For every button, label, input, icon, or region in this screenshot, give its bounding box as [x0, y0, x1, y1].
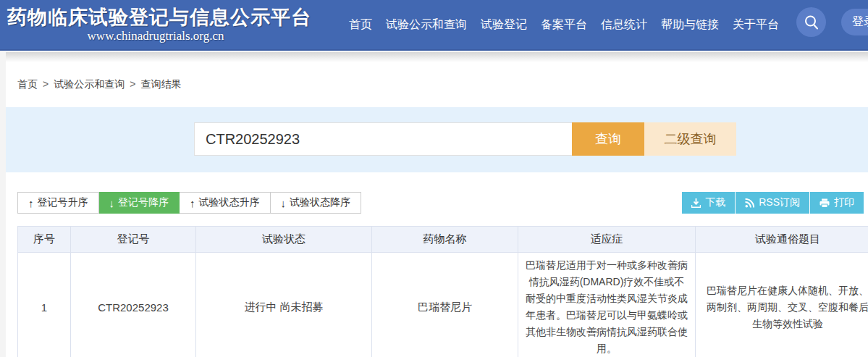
arrow-up-icon: ↑ — [190, 197, 195, 209]
arrow-up-icon: ↑ — [28, 197, 34, 209]
cell-indication: 巴瑞替尼适用于对一种或多种改善病情抗风湿药(DMARD)疗效不佳或不耐受的中重度… — [518, 253, 696, 357]
brand: 药物临床试验登记与信息公示平台 www.chinadrugtrials.org.… — [7, 6, 333, 43]
header-search-button[interactable] — [796, 7, 826, 37]
rss-icon — [745, 198, 754, 208]
breadcrumb-separator: > — [43, 78, 49, 90]
cell-status: 进行中 尚未招募 — [196, 253, 372, 357]
arrow-down-icon: ↓ — [109, 197, 115, 209]
column-header-drug-name: 药物名称 — [372, 227, 518, 253]
rss-button[interactable]: RSS订阅 — [735, 192, 809, 214]
sort-label: 试验状态降序 — [290, 196, 350, 209]
secondary-query-button[interactable]: 二级查询 — [644, 122, 736, 156]
results-toolbar: ↑ 登记号升序 ↓ 登记号降序 ↑ 试验状态升序 ↓ 试验状态降序 — [17, 192, 864, 214]
download-icon — [691, 198, 701, 208]
cell-public-title: 巴瑞替尼片在健康人体随机、开放、两制剂、两周期、交叉、空腹和餐后生物等效性试验 — [696, 253, 868, 357]
nav-filing-platform[interactable]: 备案平台 — [541, 17, 587, 33]
sort-regno-asc-button[interactable]: ↑ 登记号升序 — [17, 192, 99, 214]
query-button[interactable]: 查询 — [572, 122, 644, 156]
column-header-public-title: 试验通俗题目 — [696, 227, 868, 253]
nav-home[interactable]: 首页 — [349, 17, 372, 33]
content-panel: 首页>试验公示和查询>查询结果 查询 二级查询 ↑ 登记号升序 ↓ 登记号降序 … — [6, 52, 868, 357]
search-section: 查询 二级查询 — [6, 107, 868, 172]
breadcrumb-current: 查询结果 — [140, 78, 181, 90]
cell-registration-no: CTR20252923 — [71, 253, 196, 357]
site-title: 药物临床试验登记与信息公示平台 — [7, 6, 333, 29]
table-header-row: 序号 登记号 试验状态 药物名称 适应症 试验通俗题目 — [18, 227, 868, 253]
column-header-status: 试验状态 — [196, 227, 372, 253]
column-header-registration-no: 登记号 — [71, 227, 196, 253]
sort-button-group: ↑ 登记号升序 ↓ 登记号降序 ↑ 试验状态升序 ↓ 试验状态降序 — [17, 192, 361, 214]
breadcrumb-separator: > — [130, 78, 135, 90]
results-table: 序号 登记号 试验状态 药物名称 适应症 试验通俗题目 1 CTR2025292… — [17, 226, 868, 357]
sort-label: 试验状态升序 — [199, 196, 260, 209]
main-nav: 首页 试验公示和查询 试验登记 备案平台 信息统计 帮助与链接 关于平台 — [349, 17, 779, 33]
column-header-index: 序号 — [18, 227, 71, 253]
page-background: 首页>试验公示和查询>查询结果 查询 二级查询 ↑ 登记号升序 ↓ 登记号降序 … — [0, 52, 868, 357]
action-label: RSS订阅 — [759, 196, 800, 209]
header-shadow — [6, 52, 868, 62]
column-header-indication: 适应症 — [518, 227, 696, 253]
site-header: 药物临床试验登记与信息公示平台 www.chinadrugtrials.org.… — [0, 0, 868, 51]
sort-label: 登记号升序 — [38, 196, 88, 209]
print-icon — [819, 198, 830, 208]
sort-status-asc-button[interactable]: ↑ 试验状态升序 — [180, 192, 271, 214]
cell-index: 1 — [18, 253, 71, 357]
nav-help-links[interactable]: 帮助与链接 — [661, 17, 719, 33]
table-row[interactable]: 1 CTR20252923 进行中 尚未招募 巴瑞替尼片 巴瑞替尼适用于对一种或… — [18, 253, 868, 357]
site-url: www.chinadrugtrials.org.cn — [47, 29, 264, 43]
download-button[interactable]: 下载 — [682, 192, 735, 214]
arrow-down-icon: ↓ — [281, 197, 287, 209]
search-input[interactable] — [194, 122, 572, 156]
search-icon — [804, 14, 819, 30]
login-button[interactable]: 登录 — [841, 9, 868, 35]
nav-about[interactable]: 关于平台 — [733, 17, 779, 33]
action-label: 下载 — [705, 196, 725, 209]
breadcrumb: 首页>试验公示和查询>查询结果 — [17, 78, 868, 91]
sort-regno-desc-button[interactable]: ↓ 登记号降序 — [99, 192, 180, 214]
breadcrumb-home[interactable]: 首页 — [17, 78, 38, 90]
action-label: 打印 — [834, 196, 854, 209]
cell-drug-name: 巴瑞替尼片 — [372, 253, 518, 357]
nav-trial-search[interactable]: 试验公示和查询 — [386, 17, 467, 33]
print-button[interactable]: 打印 — [809, 192, 864, 214]
sort-label: 登记号降序 — [118, 196, 169, 209]
sort-status-desc-button[interactable]: ↓ 试验状态降序 — [271, 192, 362, 214]
nav-trial-register[interactable]: 试验登记 — [481, 17, 527, 33]
action-button-group: 下载 RSS订阅 — [682, 192, 864, 214]
breadcrumb-trial-search[interactable]: 试验公示和查询 — [54, 78, 125, 90]
nav-statistics[interactable]: 信息统计 — [601, 17, 647, 33]
